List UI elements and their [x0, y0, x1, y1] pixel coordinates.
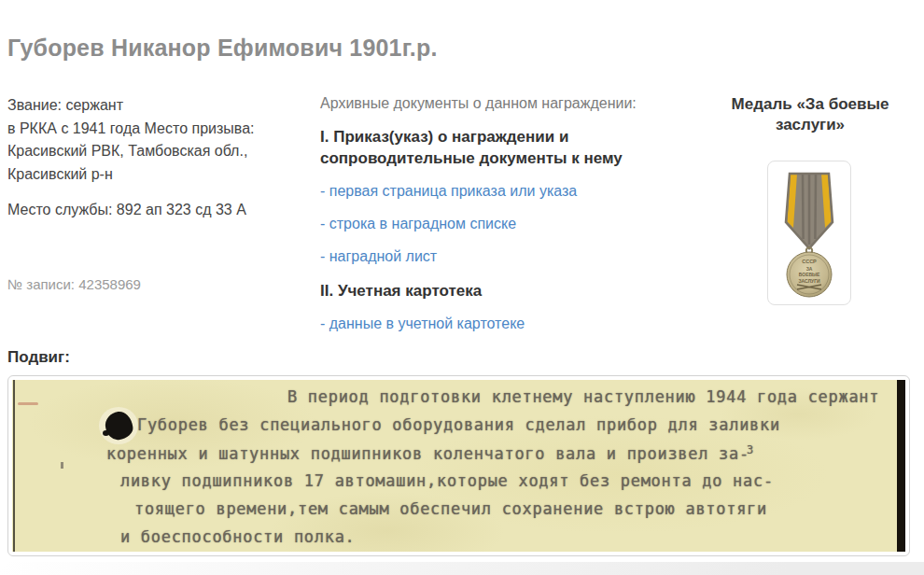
person-details: Звание: сержант в РККА с 1941 года Место…	[7, 94, 315, 186]
documents-intro: Архивные документы о данном награждении:	[320, 94, 639, 112]
scan-left-edge	[13, 380, 15, 552]
scan-speck	[61, 462, 63, 469]
medal-text-zaslugi: ЗАСЛУГИ	[798, 278, 820, 284]
record-number: № записи: 42358969	[7, 273, 315, 297]
medal-text-boevye: БОЕВЫЕ	[799, 272, 820, 277]
superscript-3: 3	[747, 443, 754, 456]
next-section-edge	[0, 562, 924, 575]
medal-text-cccp: СССР	[802, 259, 817, 264]
scan-text-line: коренных и шатунных подшипников коленчат…	[106, 443, 754, 463]
doc-link-order-first-page[interactable]: - первая страница приказа или указа	[320, 182, 639, 200]
award-title: Медаль «За боевые заслуги»	[719, 94, 902, 135]
enlist-line: в РККА с 1941 года Место призыва:	[7, 120, 254, 136]
duty-station: Место службы: 892 ап 323 сд 33 А	[7, 199, 315, 222]
person-info-panel: Звание: сержант в РККА с 1941 года Место…	[7, 94, 315, 296]
scan-paper: В период подготовки клетнему наступлению…	[12, 380, 905, 552]
medal-thumbnail[interactable]: СССР ЗА БОЕВЫЕ ЗАСЛУГИ	[767, 161, 851, 305]
scan-red-mark	[18, 402, 38, 405]
draft-place-line1: Красивский РВК, Тамбовская обл.,	[7, 143, 247, 159]
scan-text-line: тоящего времени,тем самым обеспечил сохр…	[134, 499, 767, 518]
doc-link-award-list-row[interactable]: - строка в наградном списке	[320, 215, 639, 232]
medal-text-za: ЗА	[806, 266, 813, 272]
section2-heading: II. Учетная картотека	[320, 280, 639, 302]
section1-heading: I. Приказ(указ) о награждении и сопровод…	[320, 126, 639, 169]
scan-text-line: В период подготовки клетнему наступлению…	[287, 387, 879, 406]
medal-za-boevye-zaslugi-icon: СССР ЗА БОЕВЫЕ ЗАСЛУГИ	[771, 164, 847, 302]
scan-text-line-3: коренных и шатунных подшипников коленчат…	[106, 444, 749, 463]
scan-text-line: ливку подшипников 17 автомашин,которые х…	[120, 471, 774, 490]
draft-place-line2: Красивский р-н	[7, 166, 113, 182]
scan-right-dark-band	[897, 380, 905, 552]
page-title: Губорев Никанор Ефимович 1901г.р.	[7, 35, 847, 62]
documents-panel: Архивные документы о данном награждении:…	[320, 94, 639, 347]
feat-label: Подвиг:	[7, 348, 70, 367]
scan-text-line: Губорев без специального оборудования сд…	[137, 415, 780, 434]
doc-link-card-file-data[interactable]: - данные в учетной картотеке	[320, 315, 639, 332]
doc-link-award-sheet[interactable]: - наградной лист	[320, 247, 639, 265]
ink-blot-dot	[103, 430, 109, 436]
scan-text-line: и боеспособности полка.	[120, 527, 356, 546]
rank-line: Звание: сержант	[7, 97, 123, 113]
feat-document-scan[interactable]: В период подготовки клетнему наступлению…	[7, 375, 910, 556]
